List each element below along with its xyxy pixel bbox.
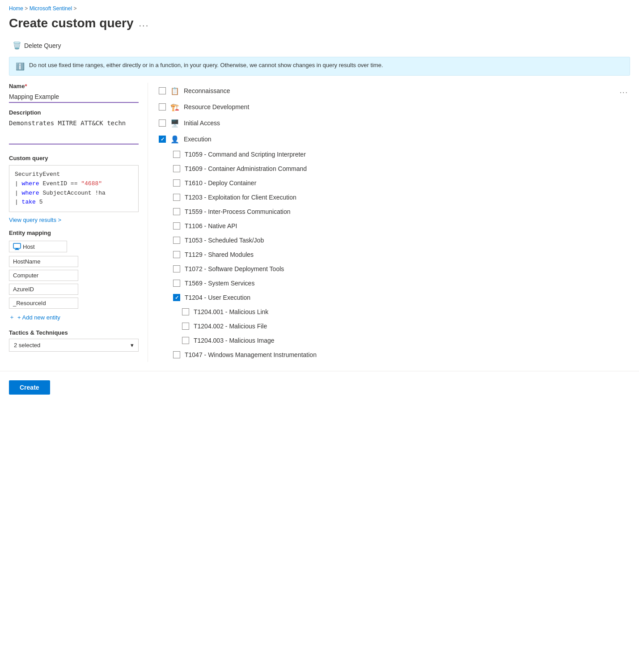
tactic-checkbox-t1204_003[interactable] xyxy=(182,337,189,344)
tactic-name-t1047: T1047 - Windows Management Instrumentati… xyxy=(185,351,317,358)
custom-query-container: Custom query SecurityEvent | where Event… xyxy=(9,155,139,212)
tactic-checkbox-t1610[interactable] xyxy=(173,179,180,187)
trash-icon: 🗑️ xyxy=(13,41,21,50)
tactic-name-t1569: T1569 - System Services xyxy=(185,280,254,287)
entity-type-host[interactable]: Host xyxy=(9,241,67,252)
tactic-name-t1059: T1059 - Command and Scripting Interprete… xyxy=(185,151,306,158)
info-banner: ℹ️ Do not use fixed time ranges, either … xyxy=(9,57,630,76)
right-panel[interactable]: 📋Reconnaissance...🏗️Resource Development… xyxy=(148,83,630,362)
tactics-list: 📋Reconnaissance...🏗️Resource Development… xyxy=(157,83,630,362)
chevron-down-icon: ▾ xyxy=(131,342,134,349)
tactic-icon-reconnaissance: 📋 xyxy=(170,86,179,95)
tactics-item: T1106 - Native API xyxy=(157,219,630,233)
tactic-icon-execution: 👤 xyxy=(170,135,179,144)
tactic-checkbox-t1204_001[interactable] xyxy=(182,308,189,315)
tactic-icon-initial_access: 🖥️ xyxy=(170,119,179,128)
svg-rect-1 xyxy=(16,248,18,249)
tactic-checkbox-reconnaissance[interactable] xyxy=(159,87,166,94)
add-entity-button[interactable]: ＋ + Add new entity xyxy=(9,311,60,323)
view-query-results-link[interactable]: View query results > xyxy=(9,217,139,223)
description-input[interactable] xyxy=(9,118,139,145)
tactic-checkbox-t1204[interactable] xyxy=(173,294,180,301)
tactic-checkbox-t1047[interactable] xyxy=(173,351,180,358)
tactics-item: T1204.002 - Malicious File xyxy=(157,319,630,333)
tactics-item: T1204.003 - Malicious Image xyxy=(157,333,630,348)
tactic-name-t1204_001: T1204.001 - Malicious Link xyxy=(194,308,268,315)
tactic-name-initial_access: Initial Access xyxy=(184,119,220,127)
tactics-item: T1072 - Software Deployment Tools xyxy=(157,262,630,276)
tactics-item: T1204.001 - Malicious Link xyxy=(157,305,630,319)
toolbar: 🗑️ Delete Query xyxy=(0,36,639,57)
code-line-2: | where EventID == "4688" xyxy=(15,179,133,189)
tactic-checkbox-t1204_002[interactable] xyxy=(182,323,189,330)
tactics-item: T1053 - Scheduled Task/Job xyxy=(157,233,630,247)
required-star: * xyxy=(25,83,27,89)
entity-mapping-label: Entity mapping xyxy=(9,230,139,236)
tactics-item: T1047 - Windows Management Instrumentati… xyxy=(157,348,630,362)
tactic-name-t1129: T1129 - Shared Modules xyxy=(185,251,254,258)
name-field-container: Name* xyxy=(9,83,139,109)
tactic-checkbox-t1203[interactable] xyxy=(173,194,180,201)
tactic-checkbox-resource_dev[interactable] xyxy=(159,103,166,111)
tactics-item: 👤Execution xyxy=(157,131,630,147)
plus-icon: ＋ xyxy=(9,313,15,321)
add-entity-label: + Add new entity xyxy=(17,314,60,321)
description-label: Description xyxy=(9,109,139,116)
tactic-menu-reconnaissance[interactable]: ... xyxy=(620,87,628,95)
tactic-icon-resource_dev: 🏗️ xyxy=(170,102,179,111)
tactic-name-t1204_002: T1204.002 - Malicious File xyxy=(194,323,267,330)
tactics-item: T1204 - User Execution xyxy=(157,290,630,305)
name-input[interactable] xyxy=(9,91,139,103)
code-editor[interactable]: SecurityEvent | where EventID == "4688" … xyxy=(9,165,139,212)
tactic-checkbox-t1059[interactable] xyxy=(173,151,180,158)
tactic-name-t1204: T1204 - User Execution xyxy=(185,294,250,301)
create-button[interactable]: Create xyxy=(9,380,50,395)
code-line-4: | take 5 xyxy=(15,198,133,207)
tactic-name-t1204_003: T1204.003 - Malicious Image xyxy=(194,337,275,344)
code-line-3: | where SubjectAccount !ha xyxy=(15,189,133,198)
tactic-name-resource_dev: Resource Development xyxy=(184,103,249,111)
tactics-item: T1203 - Exploitation for Client Executio… xyxy=(157,190,630,204)
svg-rect-0 xyxy=(13,243,21,248)
tactic-checkbox-t1106[interactable] xyxy=(173,222,180,230)
page-title: Create custom query xyxy=(9,16,134,30)
footer: Create xyxy=(0,371,639,404)
entity-field-resourceid[interactable]: _ResourceId xyxy=(9,298,78,309)
breadcrumb-sentinel[interactable]: Microsoft Sentinel xyxy=(30,5,72,12)
entity-field-computer[interactable]: Computer xyxy=(9,270,78,281)
tactic-name-t1053: T1053 - Scheduled Task/Job xyxy=(185,237,264,244)
breadcrumb-home[interactable]: Home xyxy=(9,5,23,12)
monitor-icon xyxy=(13,243,21,250)
tactic-checkbox-t1559[interactable] xyxy=(173,208,180,215)
tactics-item: T1610 - Deploy Container xyxy=(157,176,630,190)
breadcrumb: Home > Microsoft Sentinel > xyxy=(0,0,639,14)
tactic-name-t1559: T1559 - Inter-Process Communication xyxy=(185,208,291,215)
entity-field-hostname[interactable]: HostName xyxy=(9,256,78,267)
tactics-item: T1559 - Inter-Process Communication xyxy=(157,204,630,219)
entity-row-host: Host xyxy=(9,241,139,252)
page-header: Create custom query ... xyxy=(0,14,639,36)
tactics-label: Tactics & Techniques xyxy=(9,329,139,336)
entity-field-azureid[interactable]: AzureID xyxy=(9,284,78,295)
custom-query-label: Custom query xyxy=(9,155,139,162)
tactic-name-execution: Execution xyxy=(184,136,211,143)
tactics-item: T1609 - Container Administration Command xyxy=(157,162,630,176)
main-content: Name* Description Custom query SecurityE… xyxy=(0,83,639,362)
tactic-name-t1609: T1609 - Container Administration Command xyxy=(185,165,307,172)
page-menu-button[interactable]: ... xyxy=(139,18,149,29)
tactics-dropdown[interactable]: 2 selected ▾ xyxy=(9,339,139,352)
tactic-name-reconnaissance: Reconnaissance xyxy=(184,87,230,94)
delete-query-button[interactable]: 🗑️ Delete Query xyxy=(9,39,64,51)
info-icon: ℹ️ xyxy=(16,62,25,71)
tactic-checkbox-execution[interactable] xyxy=(159,136,166,143)
tactic-checkbox-t1569[interactable] xyxy=(173,280,180,287)
tactic-checkbox-t1072[interactable] xyxy=(173,265,180,272)
tactic-checkbox-t1609[interactable] xyxy=(173,165,180,172)
tactic-checkbox-t1053[interactable] xyxy=(173,237,180,244)
tactic-checkbox-t1129[interactable] xyxy=(173,251,180,258)
tactic-name-t1106: T1106 - Native API xyxy=(185,222,237,230)
info-banner-text: Do not use fixed time ranges, either dir… xyxy=(29,62,383,68)
tactic-checkbox-initial_access[interactable] xyxy=(159,119,166,127)
tactics-item: T1059 - Command and Scripting Interprete… xyxy=(157,147,630,162)
tactics-item: 🖥️Initial Access xyxy=(157,115,630,131)
